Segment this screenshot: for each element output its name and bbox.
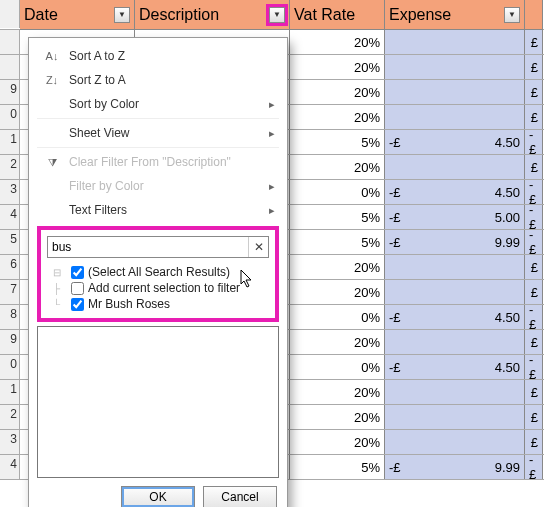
cell-expense[interactable]: -£4.50: [385, 305, 525, 329]
text-filters[interactable]: Text Filters ▸: [29, 198, 287, 222]
row-number[interactable]: 0: [0, 105, 20, 129]
row-number[interactable]: 7: [0, 280, 20, 304]
cell-vat[interactable]: 20%: [290, 105, 385, 129]
cell-vat[interactable]: 20%: [290, 155, 385, 179]
header-vat[interactable]: Vat Rate: [290, 0, 385, 30]
search-box[interactable]: ✕: [47, 236, 269, 258]
cell-expense[interactable]: [385, 405, 525, 429]
cell-extra[interactable]: £: [525, 280, 543, 304]
cell-vat[interactable]: 0%: [290, 180, 385, 204]
cell-vat[interactable]: 20%: [290, 405, 385, 429]
cell-vat[interactable]: 0%: [290, 355, 385, 379]
row-number[interactable]: 3: [0, 430, 20, 454]
cell-expense[interactable]: [385, 80, 525, 104]
checkbox-add-current[interactable]: [71, 282, 84, 295]
filter-item-bush[interactable]: └ Mr Bush Roses: [53, 296, 269, 312]
cell-expense[interactable]: [385, 255, 525, 279]
cell-expense[interactable]: [385, 380, 525, 404]
search-input[interactable]: [48, 240, 248, 254]
checkbox-bush[interactable]: [71, 298, 84, 311]
cell-vat[interactable]: 20%: [290, 280, 385, 304]
row-number[interactable]: 1: [0, 130, 20, 154]
cell-expense[interactable]: [385, 155, 525, 179]
cell-extra[interactable]: -£: [525, 130, 543, 154]
row-number[interactable]: 2: [0, 405, 20, 429]
filter-dropdown-expense[interactable]: ▼: [504, 7, 520, 23]
sort-z-to-a[interactable]: Z↓ Sort Z to A: [29, 68, 287, 92]
row-number[interactable]: 8: [0, 305, 20, 329]
cell-extra[interactable]: £: [525, 380, 543, 404]
cell-expense[interactable]: -£9.99: [385, 455, 525, 479]
row-number[interactable]: 5: [0, 230, 20, 254]
ok-button[interactable]: OK: [121, 486, 195, 507]
cell-expense[interactable]: -£4.50: [385, 355, 525, 379]
checkbox-select-all[interactable]: [71, 266, 84, 279]
cell-expense[interactable]: [385, 30, 525, 54]
cell-expense[interactable]: -£4.50: [385, 180, 525, 204]
cell-expense[interactable]: -£5.00: [385, 205, 525, 229]
select-all-results[interactable]: ⊟ (Select All Search Results): [53, 264, 269, 280]
row-number[interactable]: 6: [0, 255, 20, 279]
cell-extra[interactable]: -£: [525, 455, 543, 479]
row-number[interactable]: 9: [0, 80, 20, 104]
header-exp-label: Expense: [389, 6, 451, 24]
filter-dropdown-date[interactable]: ▼: [114, 7, 130, 23]
cell-expense[interactable]: [385, 55, 525, 79]
cell-extra[interactable]: £: [525, 255, 543, 279]
sort-a-to-z[interactable]: A↓ Sort A to Z: [29, 44, 287, 68]
row-number[interactable]: 4: [0, 455, 20, 479]
cell-extra[interactable]: £: [525, 430, 543, 454]
cell-extra[interactable]: -£: [525, 305, 543, 329]
cell-extra[interactable]: -£: [525, 205, 543, 229]
row-number[interactable]: 1: [0, 380, 20, 404]
sort-by-color[interactable]: Sort by Color ▸: [29, 92, 287, 116]
cell-vat[interactable]: 20%: [290, 80, 385, 104]
cell-extra[interactable]: £: [525, 330, 543, 354]
cell-vat[interactable]: 20%: [290, 255, 385, 279]
cell-vat[interactable]: 20%: [290, 55, 385, 79]
cell-expense[interactable]: [385, 105, 525, 129]
cell-extra[interactable]: £: [525, 405, 543, 429]
header-description[interactable]: Description ▼: [135, 0, 290, 30]
cell-vat[interactable]: 5%: [290, 455, 385, 479]
row-number[interactable]: 0: [0, 355, 20, 379]
row-number[interactable]: 2: [0, 155, 20, 179]
cell-extra[interactable]: £: [525, 155, 543, 179]
cell-extra[interactable]: -£: [525, 230, 543, 254]
cell-vat[interactable]: 0%: [290, 305, 385, 329]
cell-vat[interactable]: 20%: [290, 330, 385, 354]
cell-vat[interactable]: 5%: [290, 205, 385, 229]
add-current-selection[interactable]: ├ Add current selection to filter: [53, 280, 269, 296]
cell-expense[interactable]: -£4.50: [385, 130, 525, 154]
header-vat-label: Vat Rate: [294, 6, 355, 24]
row-number[interactable]: [0, 30, 20, 54]
row-number[interactable]: 3: [0, 180, 20, 204]
row-number[interactable]: 9: [0, 330, 20, 354]
sheet-view[interactable]: Sheet View ▸: [29, 121, 287, 145]
header-expense[interactable]: Expense ▼: [385, 0, 525, 30]
header-desc-label: Description: [139, 6, 219, 24]
cancel-button[interactable]: Cancel: [203, 486, 277, 507]
row-number[interactable]: 4: [0, 205, 20, 229]
cell-vat[interactable]: 5%: [290, 230, 385, 254]
clear-search-icon[interactable]: ✕: [248, 237, 268, 257]
cell-vat[interactable]: 5%: [290, 130, 385, 154]
header-extra[interactable]: [525, 0, 543, 30]
cell-extra[interactable]: £: [525, 105, 543, 129]
header-date[interactable]: Date ▼: [20, 0, 135, 30]
cell-extra[interactable]: £: [525, 30, 543, 54]
cell-extra[interactable]: -£: [525, 355, 543, 379]
cell-vat[interactable]: 20%: [290, 30, 385, 54]
tree-branch-icon: ├: [53, 283, 67, 294]
cell-expense[interactable]: [385, 430, 525, 454]
cell-extra[interactable]: £: [525, 55, 543, 79]
row-number[interactable]: [0, 55, 20, 79]
cell-expense[interactable]: [385, 280, 525, 304]
cell-extra[interactable]: -£: [525, 180, 543, 204]
cell-extra[interactable]: £: [525, 80, 543, 104]
cell-expense[interactable]: [385, 330, 525, 354]
filter-dropdown-description[interactable]: ▼: [269, 7, 285, 23]
cell-expense[interactable]: -£9.99: [385, 230, 525, 254]
cell-vat[interactable]: 20%: [290, 380, 385, 404]
cell-vat[interactable]: 20%: [290, 430, 385, 454]
